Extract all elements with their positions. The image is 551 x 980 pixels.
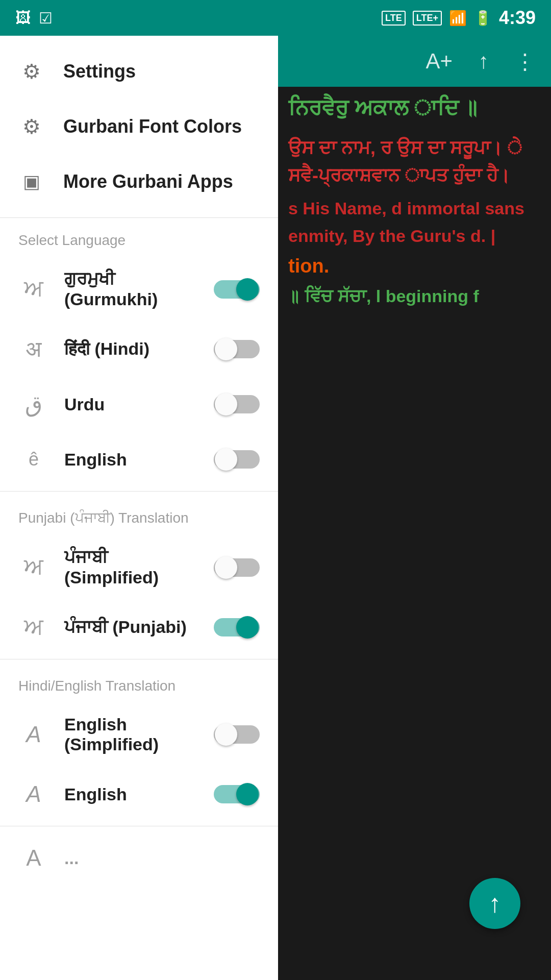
gurmukhi-label: ਗੁਰਮੁਖੀ (Gurmukhi) (64, 269, 198, 309)
punjabi-translation-section: Punjabi (ਪੰਜਾਬੀ) Translation ਅ ਪੰਜਾਬੀ (S… (0, 496, 278, 655)
status-time: 4:39 (499, 7, 536, 29)
bg-red-text-1: ਉਸ ਦਾ ਨਾਮ, ਰ ਉਸ ਦਾ ਸਰੂਪਾ। ੇ ਸਵੈ-ਪ੍ਰਕਾਸ਼ਵ… (288, 134, 541, 189)
hindi-english-translation-section: Hindi/English Translation A English (Sim… (0, 664, 278, 822)
background-content: ਨਿਰਵੈਰੁ ਅਕਾਲ ਾਦਿ ॥ ਉਸ ਦਾ ਨਾਮ, ਰ ਉਸ ਦਾ ਸਰ… (278, 36, 551, 980)
more-options-symbol: A (18, 843, 49, 873)
english-on-symbol: A (18, 779, 49, 810)
select-language-header: Select Language (0, 218, 278, 257)
gurmukhi-toggle-thumb (236, 278, 259, 301)
settings-menu-item[interactable]: ⚙ Settings (0, 44, 278, 99)
urdu-toggle-thumb (215, 393, 237, 415)
punjabi-symbol: ਅ (18, 612, 49, 643)
signal-icon: 📶 (449, 10, 467, 27)
punjabi-translation-header: Punjabi (ਪੰਜਾਬੀ) Translation (0, 496, 278, 535)
menu-section: ⚙ Settings ⚙ Gurbani Font Colors ▣ More … (0, 36, 278, 218)
punjabi-toggle-thumb (236, 616, 259, 639)
font-colors-icon: ⚙ (18, 113, 45, 140)
photo-icon: 🖼 (15, 9, 31, 27)
punjabi-simplified-toggle-thumb (215, 556, 237, 579)
urdu-label: Urdu (64, 395, 198, 414)
english-toggle-thumb (215, 448, 237, 471)
english-symbol: ê (18, 444, 49, 475)
punjabi-label: ਪੰਜਾਬੀ (Punjabi) (64, 617, 198, 638)
hindi-english-header: Hindi/English Translation (0, 664, 278, 702)
font-size-button[interactable]: A+ (425, 49, 453, 74)
lang-punjabi-row: ਅ ਪੰਜਾਬੀ (Punjabi) (0, 600, 278, 655)
english-label: English (64, 450, 198, 470)
divider-2 (0, 659, 278, 659)
lang-hindi-row: अ हिंदी (Hindi) (0, 322, 278, 377)
english-simplified-symbol: A (18, 719, 49, 750)
settings-icon: ⚙ (18, 58, 45, 85)
punjabi-simplified-label: ਪੰਜਾਬੀ (Simplified) (64, 547, 198, 587)
lte1-badge: LTE (382, 11, 406, 26)
punjabi-toggle[interactable] (214, 615, 260, 640)
settings-label: Settings (63, 61, 136, 82)
divider-1 (0, 491, 278, 492)
english-simplified-label: English (Simplified) (64, 715, 198, 754)
bg-bottom-text: ॥ ਵਿੱਚ ਸੱਚਾ, l beginning f (288, 282, 541, 310)
navigation-drawer: ⚙ Settings ⚙ Gurbani Font Colors ▣ More … (0, 36, 278, 980)
more-apps-label: More Gurbani Apps (63, 171, 233, 192)
english-toggle[interactable] (214, 447, 260, 472)
fab-icon: ↑ (489, 889, 502, 918)
english-on-label: English (64, 785, 198, 804)
fab-button[interactable]: ↑ (469, 878, 520, 929)
urdu-toggle[interactable] (214, 392, 260, 416)
font-colors-menu-item[interactable]: ⚙ Gurbani Font Colors (0, 99, 278, 154)
lang-english-row: ê English (0, 432, 278, 487)
hindi-symbol: अ (18, 334, 49, 364)
toolbar: A+ ↑ ⋮ (273, 36, 551, 87)
more-apps-icon: ▣ (18, 168, 45, 195)
lang-gurmukhi-row: ਅ ਗੁਰਮੁਖੀ (Gurmukhi) (0, 257, 278, 322)
urdu-symbol: ق (18, 389, 49, 420)
more-options-label: ... (64, 848, 260, 868)
status-bar: 🖼 ☑ LTE LTE+ 📶 🔋 4:39 (0, 0, 551, 36)
select-language-section: Select Language ਅ ਗੁਰਮੁਖੀ (Gurmukhi) अ ह… (0, 218, 278, 487)
gurmukhi-symbol: ਅ (18, 274, 49, 305)
check-icon: ☑ (39, 9, 53, 27)
more-apps-menu-item[interactable]: ▣ More Gurbani Apps (0, 154, 278, 209)
hindi-toggle-thumb (215, 338, 237, 360)
divider-3 (0, 826, 278, 826)
gurmukhi-toggle[interactable] (214, 277, 260, 302)
more-options-row: A ... (0, 830, 278, 886)
lang-punjabi-simplified-row: ਅ ਪੰਜਾਬੀ (Simplified) (0, 535, 278, 600)
more-options-button[interactable]: ⋮ (514, 49, 536, 74)
english-simplified-toggle[interactable] (214, 722, 260, 747)
punjabi-simplified-symbol: ਅ (18, 552, 49, 583)
status-right-info: LTE LTE+ 📶 🔋 4:39 (382, 7, 536, 29)
lang-urdu-row: ق Urdu (0, 377, 278, 432)
scroll-up-button[interactable]: ↑ (478, 49, 489, 74)
punjabi-simplified-toggle[interactable] (214, 555, 260, 580)
english-on-toggle[interactable] (214, 782, 260, 806)
english-on-toggle-thumb (236, 783, 259, 805)
bg-section-text: tion. (288, 255, 541, 277)
bg-eng-text: s His Name, d immortal sans enmity, By t… (288, 194, 541, 250)
english-simplified-toggle-thumb (215, 723, 237, 746)
battery-icon: 🔋 (474, 10, 492, 27)
lang-english-on-row: A English (0, 767, 278, 822)
hindi-label: हिंदी (Hindi) (64, 339, 198, 359)
bg-green-text: ਨਿਰਵੈਰੁ ਅਕਾਲ ਾਦਿ ॥ (288, 92, 541, 124)
hindi-toggle[interactable] (214, 337, 260, 361)
font-colors-label: Gurbani Font Colors (63, 116, 242, 137)
lang-english-simplified-row: A English (Simplified) (0, 702, 278, 767)
lte2-badge: LTE+ (413, 11, 442, 26)
status-left-icons: 🖼 ☑ (15, 9, 53, 27)
